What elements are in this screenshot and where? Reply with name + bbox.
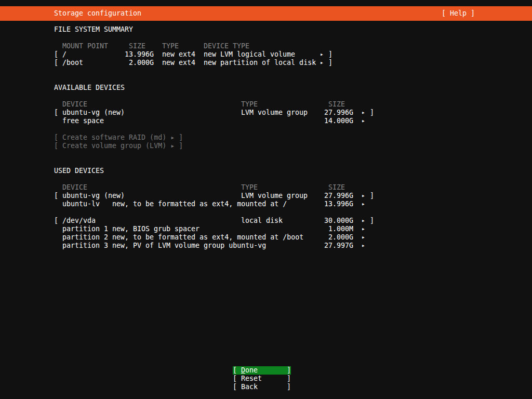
chevron-right-icon: ▸ [320,50,324,59]
size-value: 27.997G [324,242,353,250]
chevron-right-icon: ▸ [362,192,365,200]
chevron-right-icon: ▸ [320,59,324,67]
create-software-raid-button[interactable]: [ Create software RAID (md) ▸ ] [0,134,532,142]
open-bracket: [ [54,59,58,67]
chevron-right-icon: ▸ [362,200,365,208]
device-name: ubuntu-vg (new) [62,192,125,200]
close-bracket: ] [370,109,374,117]
section-title-label: FILE SYSTEM SUMMARY [54,25,133,34]
title-bar: Storage configuration [ Help ] [0,6,532,21]
column-header-device: DEVICE [62,100,87,109]
size-value: 13.996G [125,50,154,59]
chevron-right-icon: ▸ [362,225,365,233]
help-button[interactable]: [ Help ] [442,6,475,21]
available-devices-header-row: DEVICE TYPE SIZE [0,100,532,109]
device-name: free space [62,117,104,125]
device-description: new, PV of LVM volume group ubuntu-vg [112,242,266,250]
create-software-raid-label: [ Create software RAID (md) ▸ ] [54,134,183,142]
size-value: 2.000G [129,59,154,67]
available-row-free-space[interactable]: free space 14.000G ▸ [0,117,532,125]
device-type: LVM volume group [241,192,308,200]
size-value: 27.996G [324,192,353,200]
column-header-size: SIZE [328,183,345,192]
device-description: new, to be formatted as ext4, mounted at… [112,200,287,208]
column-header-mount-point: MOUNT POINT [62,42,108,50]
used-row-dev-vda[interactable]: [ /dev/vda local disk 30.000G ▸ ] [0,217,532,225]
size-value: 30.000G [324,217,353,225]
create-volume-group-label: [ Create volume group (LVM) ▸ ] [54,142,183,150]
size-value: 2.000G [328,233,353,242]
device-type: new partition of local disk [204,59,316,67]
size-value: 14.000G [324,117,353,125]
section-title-available-devices: AVAILABLE DEVICES [0,84,532,92]
device-name: ubuntu-vg (new) [62,109,125,117]
section-title-file-system-summary: FILE SYSTEM SUMMARY [0,25,532,34]
done-button[interactable]: [ Done ] [233,366,291,375]
open-bracket: [ [233,383,237,391]
device-description: new, to be formatted as ext4, mounted at… [112,233,303,242]
chevron-right-icon: ▸ [362,117,365,125]
fs-summary-header-row: MOUNT POINT SIZE TYPE DEVICE TYPE [0,42,532,50]
open-bracket: [ [54,109,58,117]
storage-configuration-screen: { "glyphs": { "open_bracket": "[", "clos… [0,0,532,399]
device-name: ubuntu-lv [62,200,100,208]
create-volume-group-button[interactable]: [ Create volume group (LVM) ▸ ] [0,142,532,150]
column-header-device: DEVICE [62,183,87,192]
used-devices-header-row: DEVICE TYPE SIZE [0,183,532,192]
page-title: Storage configuration [54,6,141,21]
used-row-partition-2[interactable]: partition 2 new, to be formatted as ext4… [0,233,532,242]
reset-button[interactable]: [ Reset ] [233,375,291,383]
chevron-right-icon: ▸ [362,242,365,250]
size-value: 27.996G [324,109,353,117]
chevron-right-icon: ▸ [362,109,365,117]
back-button[interactable]: [ Back ] [233,383,291,391]
fs-row-root[interactable]: [ / 13.996G new ext4 new LVM logical vol… [0,50,532,59]
column-header-type: TYPE [241,183,258,192]
mount-point: / [62,50,66,59]
section-title-label: USED DEVICES [54,167,104,175]
device-description: new, BIOS grub spacer [112,225,200,233]
fs-type: new ext4 [162,59,195,67]
device-name: partition 1 [62,225,108,233]
close-bracket: ] [287,366,291,375]
open-bracket: [ [54,50,58,59]
column-header-device-type: DEVICE TYPE [204,42,249,50]
device-name: partition 2 [62,233,108,242]
close-bracket: ] [328,59,332,67]
open-bracket: [ [54,192,58,200]
used-row-ubuntu-vg[interactable]: [ ubuntu-vg (new) LVM volume group 27.99… [0,192,532,200]
close-bracket: ] [287,383,291,391]
chevron-right-icon: ▸ [362,217,365,225]
device-type: new LVM logical volume [204,50,295,59]
section-title-used-devices: USED DEVICES [0,167,532,175]
available-row-ubuntu-vg[interactable]: [ ubuntu-vg (new) LVM volume group 27.99… [0,109,532,117]
open-bracket: [ [54,217,58,225]
close-bracket: ] [287,375,291,383]
fs-type: new ext4 [162,50,195,59]
size-value: 1.000M [328,225,353,233]
done-button-label: Done [241,366,258,375]
open-bracket: [ [233,366,237,375]
size-value: 13.996G [324,200,353,208]
section-title-label: AVAILABLE DEVICES [54,84,125,92]
open-bracket: [ [233,375,237,383]
used-row-partition-3[interactable]: partition 3 new, PV of LVM volume group … [0,242,532,250]
column-header-size: SIZE [129,42,145,50]
device-name: /dev/vda [62,217,96,225]
device-name: partition 3 [62,242,108,250]
reset-button-label: Reset [241,375,262,383]
column-header-type: TYPE [241,100,258,109]
close-bracket: ] [370,192,374,200]
fs-row-boot[interactable]: [ /boot 2.000G new ext4 new partition of… [0,59,532,67]
device-type: LVM volume group [241,109,308,117]
device-type: local disk [241,217,283,225]
used-row-ubuntu-lv[interactable]: ubuntu-lv new, to be formatted as ext4, … [0,200,532,208]
mount-point: /boot [62,59,83,67]
used-row-partition-1[interactable]: partition 1 new, BIOS grub spacer 1.000M… [0,225,532,233]
back-button-label: Back [241,383,258,391]
column-header-size: SIZE [328,100,345,109]
column-header-type: TYPE [162,42,179,50]
close-bracket: ] [370,217,374,225]
close-bracket: ] [328,50,332,59]
chevron-right-icon: ▸ [362,233,365,242]
